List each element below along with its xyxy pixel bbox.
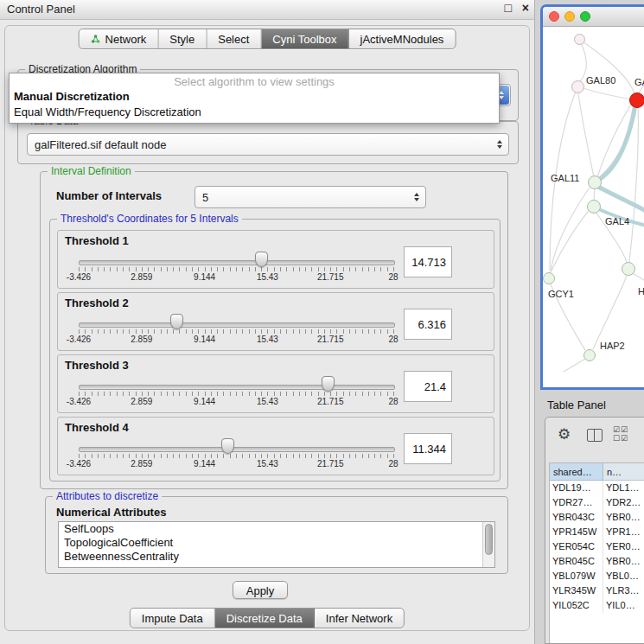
combobox-value: galFiltered.sif default node [35,138,166,151]
network-canvas[interactable]: GAL80 GA GAL11 GAL4 GCY1 H HAP2 [543,27,644,372]
checkbox-checked-icon[interactable]: ☑ [621,425,628,434]
table-cell[interactable]: YBL079W [550,569,603,583]
table-cell[interactable]: YBR0… [603,554,644,569]
network-node-selected[interactable] [629,92,644,108]
network-node[interactable] [583,349,596,361]
scale-label: -3.426 [67,459,91,469]
group-title: Threshold's Coordinates for 5 Intervals [57,213,242,225]
tab-jactivemnodules[interactable]: jActiveMNodules [349,29,456,48]
dropdown-item-equal-width-frequency[interactable]: Equal Width/Frequency Discretization [10,105,499,120]
table-cell[interactable]: YIL052C [550,598,603,613]
scale-label: 2.859 [131,272,152,282]
attributes-list[interactable]: SelfLoops TopologicalCoefficient Between… [58,521,495,568]
table-cell[interactable]: YDL19… [550,481,603,495]
thresholds-group: Threshold's Coordinates for 5 Intervals … [49,219,501,481]
table-row[interactable]: YLR345WYLR3… [550,583,644,598]
list-item[interactable]: TopologicalCoefficient [59,536,494,550]
table-cell[interactable]: YLR3… [603,583,644,598]
float-window-icon[interactable]: □ [504,1,511,15]
table-row[interactable]: YBR045CYBR0… [550,554,644,569]
columns-icon[interactable] [587,429,603,442]
table-cell[interactable]: YBR045C [550,554,603,569]
table-row[interactable]: YBL079WYBL0… [550,569,644,583]
column-header-shared-name[interactable]: shared… [550,463,603,481]
table-cell[interactable]: YIL0… [603,598,644,613]
threshold-value-field[interactable] [404,246,452,277]
scale-label: 15.43 [257,397,278,406]
slider-thumb[interactable] [221,438,234,454]
network-node[interactable] [622,262,635,276]
tab-style[interactable]: Style [158,29,207,48]
network-window-titlebar[interactable] [543,7,644,27]
checkbox-unchecked-icon[interactable]: ☐ [613,434,621,443]
spinner-arrows-icon[interactable] [409,188,424,207]
threshold-value-field[interactable] [404,433,452,464]
table-row[interactable]: YDL19…YDL1… [550,481,644,495]
table-row[interactable]: YPR145WYPR1… [550,525,644,539]
apply-button[interactable]: Apply [233,581,288,599]
zoom-traffic-light[interactable] [580,11,590,22]
threshold-value-field[interactable] [404,371,452,402]
table-cell[interactable]: YBR043C [550,510,603,525]
tab-select[interactable]: Select [207,29,261,48]
network-node[interactable] [574,34,585,45]
network-node[interactable] [588,175,602,189]
checkbox-checked-icon[interactable]: ☑ [621,434,628,443]
slider-track[interactable] [79,322,395,328]
slider-thumb[interactable] [322,376,335,392]
node-label: GAL4 [605,216,629,226]
control-panel-titlebar[interactable]: Control Panel □ × [0,0,534,20]
table-cell[interactable]: YBL0… [603,569,644,583]
checkbox-icons[interactable]: ☑☑ ☐☑ [613,425,628,443]
threshold-panel-3: Threshold 3 -3.426 2.859 9.144 15.43 21.… [57,354,494,413]
tab-label: Discretize Data [226,612,303,625]
node-label: H [638,286,644,296]
scale-label: 21.715 [317,459,344,469]
tab-network[interactable]: Network [80,29,159,48]
scrollbar[interactable] [482,522,494,567]
tab-discretize-data[interactable]: Discretize Data [215,609,315,628]
threshold-value-field[interactable] [404,309,452,340]
table-cell[interactable]: YLR345W [550,583,603,598]
table-cell[interactable]: YPR1… [603,525,644,539]
table-cell[interactable]: YPR145W [550,525,603,539]
table-cell[interactable]: YER0… [603,539,644,554]
tab-infer-network[interactable]: Infer Network [315,609,404,628]
slider-track[interactable] [79,447,395,452]
tab-cyni-toolbox[interactable]: Cyni Toolbox [261,29,348,48]
list-item[interactable]: SelfLoops [59,522,494,536]
number-of-intervals-spinner[interactable]: 5 [194,186,426,208]
list-item[interactable]: BetweennessCentrality [59,550,494,564]
minimize-traffic-light[interactable] [564,11,575,22]
table-data-combobox[interactable]: galFiltered.sif default node [27,133,509,156]
close-traffic-light[interactable] [549,11,559,22]
slider-track[interactable] [79,260,395,265]
checkbox-checked-icon[interactable]: ☑ [613,425,621,434]
table-row[interactable]: YBR043CYBR0… [550,510,644,525]
scrollbar-thumb[interactable] [485,524,493,555]
table-cell[interactable]: YER054C [550,539,603,554]
slider-track[interactable] [79,385,395,390]
network-node[interactable] [571,80,584,93]
scale-label: 21.715 [317,272,344,282]
slider-scale: -3.426 2.859 9.144 15.43 21.715 28 [79,397,393,407]
slider-thumb[interactable] [255,252,268,267]
table-cell[interactable]: YDR27… [550,495,603,510]
table-cell[interactable]: YBR0… [603,510,644,525]
column-header-name[interactable]: n… [603,463,644,481]
table-cell[interactable]: YDL1… [603,481,644,495]
table-row[interactable]: YDR27…YDR2… [550,495,644,510]
dropdown-prompt: Select algorithm to view settings [10,73,499,89]
combobox-arrows-icon[interactable] [492,135,507,154]
table-row[interactable]: YER054CYER0… [550,539,644,554]
network-node[interactable] [587,200,601,214]
gear-icon[interactable]: ⚙ [558,425,571,443]
table-cell[interactable]: YDR2… [603,495,644,510]
close-icon[interactable]: × [522,1,529,15]
tab-impute-data[interactable]: Impute Data [131,609,215,628]
scale-label: 9.144 [194,397,215,406]
top-tabbar: Network Style Select Cyni Toolbox jActiv… [79,29,456,49]
table-row[interactable]: YIL052CYIL0… [550,598,644,613]
network-node[interactable] [543,272,555,284]
dropdown-item-manual-discretization[interactable]: Manual Discretization [10,89,499,105]
